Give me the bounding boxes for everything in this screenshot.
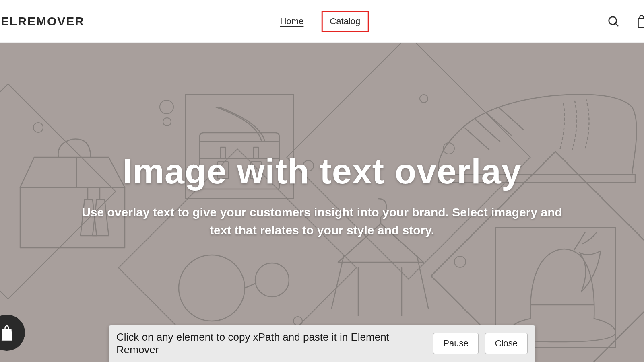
search-icon[interactable] (607, 15, 620, 28)
hero-subtitle: Use overlay text to give your customers … (80, 203, 564, 239)
decor-circle (159, 100, 174, 114)
svg-line-1 (615, 23, 618, 26)
nav-home[interactable]: Home (275, 13, 309, 30)
svg-point-5 (179, 255, 245, 321)
brand-logo[interactable]: ELREMOVER (0, 14, 85, 28)
svg-point-6 (255, 263, 289, 297)
close-button[interactable]: Close (485, 333, 528, 354)
bag-icon (0, 323, 15, 342)
hero-section: Image with text overlay Use overlay text… (0, 43, 644, 362)
main-nav: Home Catalog (275, 11, 369, 32)
toolbar-button-group: Pause Close (433, 333, 528, 354)
bag-icon[interactable] (635, 15, 644, 28)
element-remover-toolbar: Click on any element to copy xPath and p… (109, 325, 535, 362)
site-header: ELREMOVER Home Catalog (0, 0, 644, 43)
hero-title: Image with text overlay (80, 151, 564, 192)
pause-button[interactable]: Pause (433, 333, 478, 354)
header-icon-group (607, 15, 644, 28)
toolbar-message: Click on any element to copy xPath and p… (116, 331, 433, 356)
hero-text-overlay: Image with text overlay Use overlay text… (80, 151, 564, 239)
decor-circle (163, 117, 171, 126)
nav-catalog[interactable]: Catalog (321, 11, 369, 32)
